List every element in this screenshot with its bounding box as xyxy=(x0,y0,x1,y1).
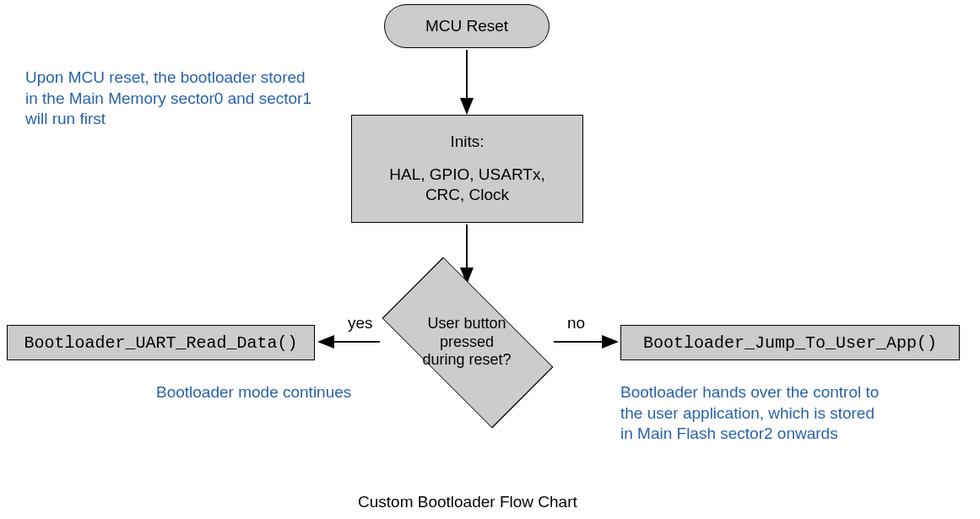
edge-label-no: no xyxy=(567,314,585,332)
node-start: MCU Reset xyxy=(384,4,550,48)
diagram-caption: Custom Bootloader Flow Chart xyxy=(358,493,577,511)
node-inits-body: HAL, GPIO, USARTx, CRC, Clock xyxy=(389,165,544,206)
annotation-top-left: Upon MCU reset, the bootloader stored in… xyxy=(25,68,311,130)
node-decision-label: User button pressed during reset? xyxy=(382,315,551,370)
node-start-label: MCU Reset xyxy=(425,17,508,35)
annotation-bottom-left: Bootloader mode continues xyxy=(156,382,351,403)
node-left-proc: Bootloader_UART_Read_Data() xyxy=(7,325,315,360)
node-right-proc: Bootloader_Jump_To_User_App() xyxy=(620,325,960,360)
node-inits: Inits: HAL, GPIO, USARTx, CRC, Clock xyxy=(351,115,583,223)
edge-label-yes: yes xyxy=(348,314,373,332)
annotation-bottom-right: Bootloader hands over the control to the… xyxy=(620,382,879,445)
node-inits-title: Inits: xyxy=(450,132,484,153)
node-left-proc-label: Bootloader_UART_Read_Data() xyxy=(24,333,297,353)
node-right-proc-label: Bootloader_Jump_To_User_App() xyxy=(643,333,937,353)
node-decision: User button pressed during reset? xyxy=(382,283,551,401)
